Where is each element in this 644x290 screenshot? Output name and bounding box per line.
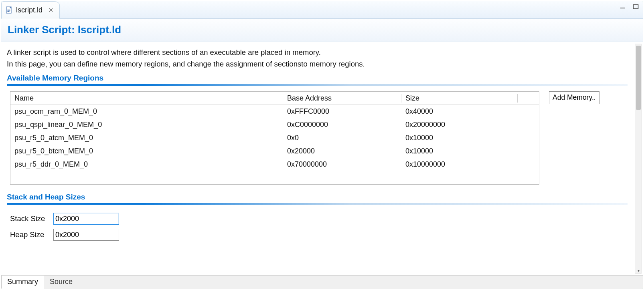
section-rule-stackheap (7, 203, 628, 205)
tab-source[interactable]: Source (44, 276, 78, 289)
cell-size[interactable]: 0x10000000 (401, 160, 518, 169)
stack-heap-grid: Stack Size Heap Size (7, 210, 628, 241)
close-tab-icon[interactable] (48, 7, 54, 13)
cell-name[interactable]: psu_qspi_linear_0_MEM_0 (10, 121, 283, 129)
regions-row: Name Base Address Size psu_ocm_ram_0_MEM… (7, 91, 628, 185)
stack-size-label: Stack Size (10, 214, 50, 223)
table-header-row: Name Base Address Size (10, 92, 539, 105)
vertical-scrollbar[interactable]: ▴ ▾ (635, 44, 642, 274)
cell-size[interactable]: 0x40000 (401, 107, 518, 116)
cell-size[interactable]: 0x20000000 (401, 121, 518, 129)
section-title-regions: Available Memory Regions (7, 74, 628, 83)
col-base-address[interactable]: Base Address (283, 94, 401, 103)
section-title-stackheap: Stack and Heap Sizes (7, 193, 628, 201)
tab-summary[interactable]: Summary (1, 276, 44, 289)
heap-size-label: Heap Size (10, 230, 50, 239)
cell-size[interactable]: 0x10000 (401, 134, 518, 142)
heap-size-row: Heap Size (10, 229, 628, 241)
add-memory-button[interactable]: Add Memory.. (549, 91, 599, 104)
editor-tab-strip: lscript.ld (1, 1, 643, 19)
scrollbar-thumb[interactable] (636, 46, 641, 110)
editor-tab-lscript[interactable]: lscript.ld (1, 1, 60, 19)
table-row[interactable]: psu_r5_0_btcm_MEM_00x200000x10000 (10, 145, 539, 158)
cell-name[interactable]: psu_ocm_ram_0_MEM_0 (10, 107, 283, 116)
svg-rect-6 (634, 5, 638, 9)
body-scroll: A linker script is used to control where… (1, 42, 633, 275)
minimize-icon[interactable] (619, 4, 628, 10)
stack-size-input[interactable] (53, 213, 119, 225)
bottom-tab-strip: Summary Source (1, 275, 643, 289)
maximize-icon[interactable] (632, 4, 640, 10)
cell-size[interactable]: 0x10000 (401, 147, 518, 155)
memory-regions-table[interactable]: Name Base Address Size psu_ocm_ram_0_MEM… (10, 91, 539, 185)
description-line2: In this page, you can define new memory … (7, 60, 365, 68)
editor-tab-label: lscript.ld (16, 6, 43, 14)
cell-base-address[interactable]: 0xFFFC0000 (283, 107, 401, 116)
heap-size-input[interactable] (53, 229, 119, 241)
body-area: A linker script is used to control where… (1, 42, 643, 289)
table-empty-row (10, 171, 539, 184)
table-row[interactable]: psu_r5_ddr_0_MEM_00x700000000x10000000 (10, 158, 539, 171)
description-line1: A linker script is used to control where… (7, 48, 321, 56)
cell-name[interactable]: psu_r5_0_btcm_MEM_0 (10, 147, 283, 155)
cell-name[interactable]: psu_r5_ddr_0_MEM_0 (10, 160, 283, 169)
scroll-down-icon[interactable]: ▾ (635, 267, 642, 274)
table-row[interactable]: psu_r5_0_atcm_MEM_00x00x10000 (10, 131, 539, 145)
page-title: Linker Script: lscript.ld (8, 24, 636, 36)
svg-rect-3 (8, 10, 10, 10)
col-size[interactable]: Size (401, 94, 518, 103)
file-icon (6, 6, 13, 14)
description: A linker script is used to control where… (7, 47, 628, 70)
svg-rect-5 (620, 8, 625, 8)
cell-base-address[interactable]: 0x0 (283, 134, 401, 142)
section-rule-regions (7, 84, 628, 86)
cell-base-address[interactable]: 0x20000 (283, 147, 401, 155)
table-row[interactable]: psu_qspi_linear_0_MEM_00xC00000000x20000… (10, 118, 539, 131)
title-banner: Linker Script: lscript.ld (1, 19, 643, 42)
col-name[interactable]: Name (10, 94, 283, 103)
window-controls (619, 4, 640, 10)
table-row[interactable]: psu_ocm_ram_0_MEM_00xFFFC00000x40000 (10, 105, 539, 118)
editor-frame: lscript.ld Linker Script: lscript.ld A l… (1, 1, 643, 289)
svg-rect-2 (8, 9, 10, 9)
stack-size-row: Stack Size (10, 213, 628, 225)
svg-rect-4 (8, 11, 10, 12)
cell-name[interactable]: psu_r5_0_atcm_MEM_0 (10, 134, 283, 142)
cell-base-address[interactable]: 0x70000000 (283, 160, 401, 169)
cell-base-address[interactable]: 0xC0000000 (283, 121, 401, 129)
